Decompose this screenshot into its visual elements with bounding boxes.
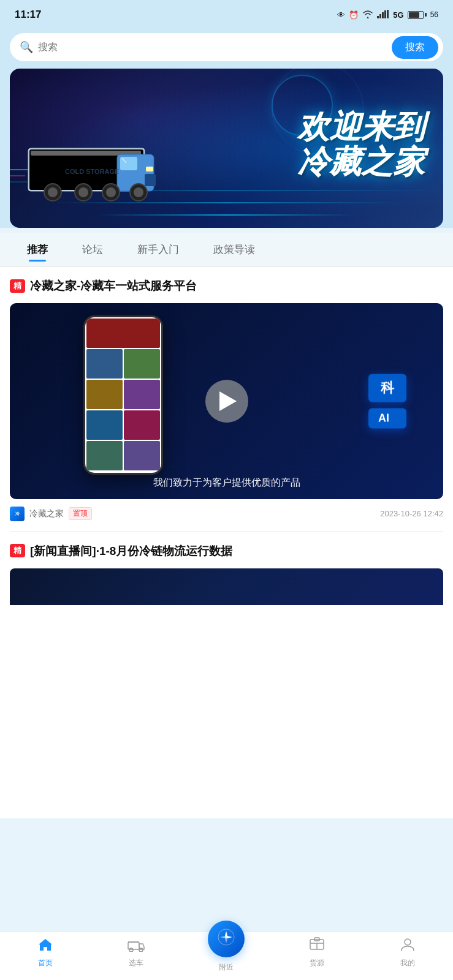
banner-container: COLD STORAGE 欢迎来到 冷藏之家 [0, 69, 453, 228]
play-button[interactable] [205, 380, 248, 423]
svg-text:COLD STORAGE: COLD STORAGE [65, 168, 119, 175]
status-icons: 👁 ⏰ 5G 56 [337, 10, 438, 20]
banner[interactable]: COLD STORAGE 欢迎来到 冷藏之家 [10, 69, 443, 228]
banner-text: 欢迎来到 冷藏之家 [297, 110, 425, 179]
svg-point-14 [48, 187, 58, 197]
nav-label-cargo: 货源 [310, 958, 324, 968]
search-bar: 🔍 搜索 [10, 33, 443, 61]
svg-rect-1 [379, 14, 381, 18]
battery-percent: 56 [430, 10, 438, 19]
jing-badge-2: 精 [10, 544, 25, 557]
eye-icon: 👁 [337, 10, 345, 20]
tab-policy[interactable]: 政策导读 [196, 233, 272, 266]
search-icon: 🔍 [20, 40, 33, 54]
battery-icon [408, 11, 427, 19]
nav-item-nearby[interactable]: 附近 [202, 933, 251, 973]
svg-rect-2 [382, 12, 384, 18]
content-area: 精 冷藏之家-冷藏车一站式服务平台 [0, 267, 453, 818]
author-name-1: 冷藏之家 [29, 508, 64, 519]
pin-badge-1: 置顶 [69, 507, 92, 520]
nav-label-nearby: 附近 [219, 962, 234, 973]
user-icon [400, 937, 416, 956]
author-avatar-1: 冷 [10, 507, 25, 521]
home-icon [37, 937, 53, 956]
truck-icon [128, 937, 145, 956]
tab-forum[interactable]: 论坛 [65, 233, 120, 266]
svg-rect-12 [146, 167, 153, 172]
article-item-2: 精 [新闻直播间]·1-8月份冷链物流运行数据 [0, 532, 453, 606]
banner-title-line1: 欢迎来到 [297, 110, 425, 145]
signal-icon [377, 10, 389, 20]
wifi-icon [362, 10, 373, 20]
nav-label-select: 选车 [129, 958, 143, 968]
search-input[interactable] [38, 42, 387, 53]
article-preview-img-2 [10, 568, 443, 605]
search-bar-container: 🔍 搜索 [0, 27, 453, 69]
nav-item-select[interactable]: 选车 [112, 937, 161, 968]
article-title-1[interactable]: 冷藏之家-冷藏车一站式服务平台 [30, 278, 197, 295]
svg-point-16 [78, 187, 88, 197]
video-caption: 我们致力于为客户提供优质的产品 [10, 477, 443, 489]
svg-point-18 [106, 187, 116, 197]
banner-truck: COLD STORAGE [10, 136, 175, 209]
article-meta-1: 冷 冷藏之家 置顶 2023-10-26 12:42 [10, 499, 443, 532]
bottom-nav: 首页 选车 [0, 931, 453, 980]
svg-rect-3 [384, 10, 386, 18]
play-triangle-icon [219, 391, 237, 411]
svg-point-30 [225, 936, 227, 938]
svg-point-20 [134, 187, 143, 197]
article-item-1: 精 冷藏之家-冷藏车一站式服务平台 [0, 267, 453, 532]
status-bar: 11:17 👁 ⏰ 5G 56 [0, 0, 453, 27]
ai-card-ke: 科 [368, 374, 406, 402]
alarm-icon: ⏰ [349, 10, 359, 20]
article-title-2[interactable]: [新闻直播间]·1-8月份冷链物流运行数据 [30, 543, 232, 560]
svg-rect-11 [145, 174, 156, 186]
nav-label-home: 首页 [38, 958, 53, 968]
article-meta-left: 冷 冷藏之家 置顶 [10, 507, 92, 521]
svg-point-35 [405, 939, 411, 945]
nav-item-cargo[interactable]: 货源 [292, 937, 341, 968]
nav-item-home[interactable]: 首页 [21, 937, 70, 968]
nav-item-mine[interactable]: 我的 [383, 937, 432, 968]
svg-point-26 [129, 948, 133, 952]
video-ai-cards: 科 AI [368, 374, 406, 428]
svg-rect-4 [387, 10, 389, 18]
jing-badge-1: 精 [10, 279, 25, 293]
cargo-icon [309, 937, 325, 956]
nav-center-compass[interactable] [208, 921, 245, 957]
tabs-container: 推荐 论坛 新手入门 政策导读 [0, 233, 453, 267]
svg-point-27 [139, 948, 143, 952]
video-thumbnail-1[interactable]: 科 AI 我们致力于为客户提供优质的产品 [10, 303, 443, 499]
status-time: 11:17 [15, 9, 41, 21]
article-title-row-1: 精 冷藏之家-冷藏车一站式服务平台 [10, 278, 443, 295]
compass-icon [216, 927, 236, 951]
tab-beginner[interactable]: 新手入门 [120, 233, 196, 266]
search-button[interactable]: 搜索 [392, 36, 438, 59]
5g-label: 5G [393, 10, 403, 20]
tab-recommend[interactable]: 推荐 [10, 233, 65, 266]
article-title-row-2: 精 [新闻直播间]·1-8月份冷链物流运行数据 [10, 543, 443, 560]
nav-label-mine: 我的 [400, 958, 415, 968]
tabs: 推荐 论坛 新手入门 政策导读 [10, 233, 443, 266]
video-phone-mockup [83, 315, 163, 475]
banner-title-line2: 冷藏之家 [297, 145, 425, 179]
article-date-1: 2023-10-26 12:42 [380, 509, 443, 518]
svg-rect-0 [377, 16, 379, 18]
ai-card-ai: AI [368, 408, 406, 428]
